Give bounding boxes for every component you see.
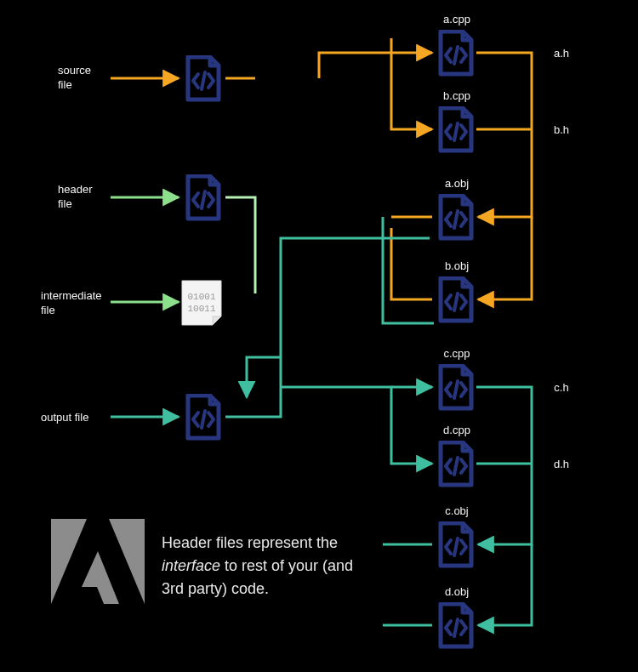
label-source-file: source file (58, 64, 91, 93)
code-file-icon (436, 441, 476, 488)
code-file-icon (436, 194, 476, 242)
caption-text: Header files represent the interface to … (162, 532, 391, 601)
code-file-icon (436, 602, 476, 650)
label-b-h: b.h (549, 123, 574, 138)
svg-text:10011: 10011 (187, 304, 215, 314)
adobe-logo-icon (51, 519, 145, 607)
label-header-file: header file (58, 183, 92, 212)
label-a-h: a.h (549, 47, 574, 61)
code-file-icon (436, 364, 476, 412)
label-d-cpp: d.cpp (440, 424, 474, 438)
code-file-icon (183, 394, 224, 441)
label-c-cpp: c.cpp (440, 347, 474, 362)
label-c-obj: c.obj (440, 504, 474, 519)
label-d-obj: d.obj (440, 585, 474, 600)
label-b-cpp: b.cpp (440, 89, 474, 104)
label-d-h: d.h (549, 458, 574, 472)
label-b-obj: b.obj (440, 259, 474, 274)
code-file-icon (436, 521, 476, 569)
code-file-icon (436, 30, 476, 77)
label-output-file: output file (41, 411, 88, 425)
code-file-icon (183, 55, 224, 103)
label-a-cpp: a.cpp (440, 13, 474, 27)
label-intermediate-file: intermediate file (41, 289, 102, 318)
label-c-h: c.h (549, 381, 574, 396)
code-file-icon (183, 174, 224, 222)
code-file-icon (436, 106, 476, 154)
label-a-obj: a.obj (440, 177, 474, 191)
binary-file-icon: 01001 10011 (180, 279, 223, 327)
svg-text:01001: 01001 (187, 292, 215, 302)
diagram-stage: source file header file intermediate fil… (0, 0, 638, 672)
code-file-icon (436, 276, 476, 324)
